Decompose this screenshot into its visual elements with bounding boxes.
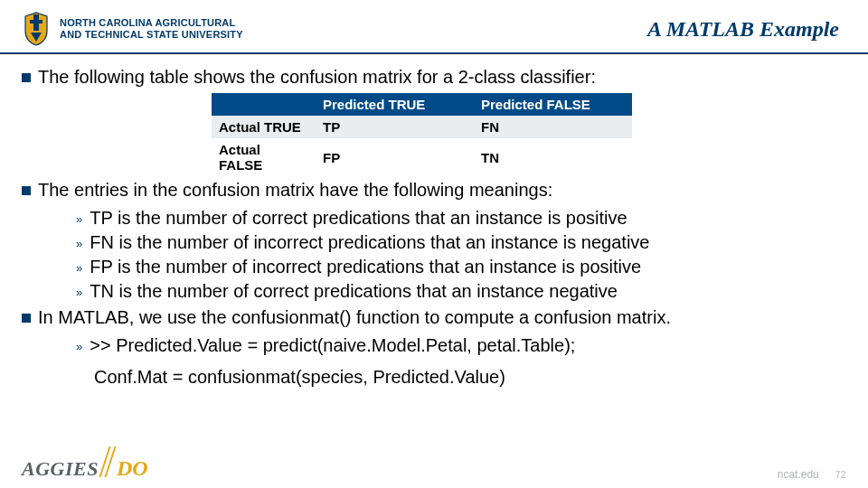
cell-tp: TP: [316, 116, 474, 138]
table-row: Actual FALSE FP TN: [212, 138, 632, 176]
footer-right: ncat.edu 72: [778, 468, 846, 481]
svg-rect-1: [30, 20, 42, 23]
cell-tn: TN: [474, 138, 632, 176]
bullet-2: The entries in the confusion matrix have…: [22, 180, 846, 201]
chevron-bullet-icon: »: [76, 260, 82, 279]
university-name: NORTH CAROLINA AGRICULTURAL AND TECHNICA…: [60, 17, 243, 41]
slash-divider-icon: [97, 450, 118, 475]
slide-footer: AGGIES DO ncat.edu 72: [22, 450, 846, 481]
cell-fp: FP: [316, 138, 474, 176]
list-item: » >> Predicted.Value = predict(naive.Mod…: [76, 333, 846, 358]
university-name-line1: NORTH CAROLINA AGRICULTURAL: [60, 17, 243, 29]
cell-actual-true: Actual TRUE: [212, 116, 316, 138]
university-logo: NORTH CAROLINA AGRICULTURAL AND TECHNICA…: [22, 11, 243, 47]
aggies-do-logo: AGGIES DO: [22, 450, 148, 481]
bullet-3: In MATLAB, we use the confusionmat() fun…: [22, 307, 846, 328]
def-tp: TP is the number of correct predications…: [90, 206, 627, 230]
def-tn: TN is the number of correct predications…: [90, 279, 618, 304]
list-item: » TN is the number of correct predicatio…: [76, 279, 846, 304]
cell-fn: FN: [474, 116, 632, 138]
list-item: » FP is the number of incorrect predicat…: [76, 255, 846, 279]
site-url: ncat.edu: [778, 468, 819, 481]
table-row: Actual TRUE TP FN: [212, 116, 632, 138]
page-number: 72: [835, 469, 846, 480]
code-list: » >> Predicted.Value = predict(naive.Mod…: [76, 333, 846, 358]
ncat-shield-icon: [22, 11, 51, 47]
aggies-text: AGGIES: [22, 457, 99, 481]
th-predicted-true: Predicted TRUE: [316, 93, 474, 116]
do-text: DO: [117, 456, 148, 481]
slide-title: A MATLAB Example: [647, 17, 839, 42]
def-fn: FN is the number of incorrect predicatio…: [90, 230, 649, 255]
list-item: » TP is the number of correct predicatio…: [76, 206, 846, 230]
def-fp: FP is the number of incorrect predicatio…: [90, 255, 641, 279]
square-bullet-icon: [22, 186, 31, 195]
cell-actual-false: Actual FALSE: [212, 138, 316, 176]
square-bullet-icon: [22, 73, 31, 82]
chevron-bullet-icon: »: [76, 236, 82, 255]
slide-content: The following table shows the confusion …: [0, 54, 868, 388]
chevron-bullet-icon: »: [76, 339, 82, 358]
th-empty: [212, 93, 316, 116]
chevron-bullet-icon: »: [76, 285, 82, 304]
bullet-3-text: In MATLAB, we use the confusionmat() fun…: [38, 307, 671, 328]
bullet-1-text: The following table shows the confusion …: [38, 67, 596, 88]
confusion-matrix-table: Predicted TRUE Predicted FALSE Actual TR…: [212, 93, 632, 176]
table-header-row: Predicted TRUE Predicted FALSE: [212, 93, 632, 116]
th-predicted-false: Predicted FALSE: [474, 93, 632, 116]
definitions-list: » TP is the number of correct predicatio…: [76, 206, 846, 304]
code-line-1: >> Predicted.Value = predict(naive.Model…: [90, 333, 575, 358]
square-bullet-icon: [22, 314, 31, 323]
slide-header: NORTH CAROLINA AGRICULTURAL AND TECHNICA…: [0, 0, 868, 54]
bullet-2-text: The entries in the confusion matrix have…: [38, 180, 552, 201]
bullet-1: The following table shows the confusion …: [22, 67, 846, 88]
code-line-2: Conf.Mat = confusionmat(species, Predict…: [94, 367, 846, 388]
university-name-line2: AND TECHNICAL STATE UNIVERSITY: [60, 29, 243, 41]
chevron-bullet-icon: »: [76, 211, 82, 230]
list-item: » FN is the number of incorrect predicat…: [76, 230, 846, 255]
